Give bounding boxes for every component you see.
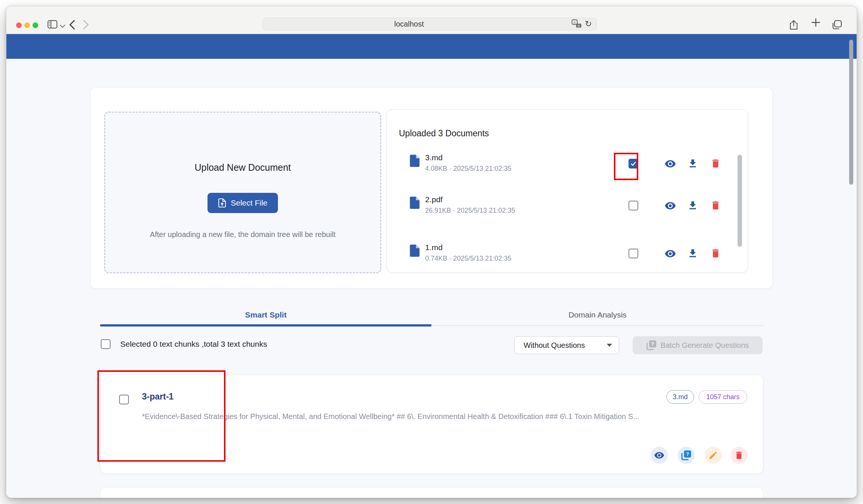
eye-icon — [664, 200, 676, 212]
upload-dropzone[interactable]: Upload New Document Select File After up… — [104, 112, 381, 273]
question-filter-select[interactable]: Without Questions — [514, 336, 619, 354]
browser-window: localhost A 文 ↻ — [6, 6, 857, 498]
svg-text:文: 文 — [577, 24, 580, 28]
document-meta: 4.08KB · 2025/5/13 21:02:35 — [425, 165, 511, 173]
uploaded-documents-header: Uploaded 3 Documents — [399, 128, 489, 139]
upload-hint: After uploading a new file, the domain t… — [105, 230, 380, 239]
view-document-button[interactable] — [664, 248, 676, 259]
select-file-label: Select File — [231, 198, 267, 207]
download-document-button[interactable] — [687, 248, 698, 259]
tab-overview-icon[interactable] — [832, 20, 842, 31]
document-row: 1.md 0.74KB · 2025/5/13 21:02:35 — [387, 243, 748, 261]
documents-list: 3.md 4.08KB · 2025/5/13 21:02:35 2.pdf — [387, 146, 748, 261]
trash-icon — [710, 248, 721, 259]
download-icon — [687, 200, 698, 211]
trash-icon — [710, 158, 721, 169]
upload-title: Upload New Document — [105, 162, 380, 173]
delete-document-button[interactable] — [710, 200, 721, 211]
document-row: 3.md 4.08KB · 2025/5/13 21:02:35 — [387, 153, 748, 176]
active-tab-indicator — [100, 324, 432, 327]
reload-icon[interactable]: ↻ — [585, 20, 592, 28]
chunk-selection-summary: Selected 0 text chunks ,total 3 text chu… — [120, 340, 267, 349]
next-chunk-card-partial — [100, 487, 763, 498]
eye-icon — [664, 158, 676, 170]
chevron-down-icon — [607, 344, 612, 347]
document-meta: 0.74KB · 2025/5/13 21:02:35 — [425, 255, 511, 261]
select-all-chunks-checkbox[interactable] — [101, 339, 110, 349]
document-checkbox[interactable] — [629, 159, 638, 168]
address-bar[interactable]: localhost A 文 ↻ — [263, 18, 597, 30]
view-chunk-button[interactable] — [651, 447, 668, 464]
document-name: 3.md — [425, 153, 443, 162]
select-file-button[interactable]: Select File — [208, 193, 278, 213]
close-window-button[interactable] — [16, 22, 22, 28]
page-content: Upload New Document Select File After up… — [6, 59, 857, 498]
batch-generate-label: Batch Generate Questions — [661, 341, 749, 350]
document-name: 2.pdf — [425, 195, 443, 204]
pencil-icon — [708, 450, 718, 460]
translate-icon[interactable]: A 文 — [572, 19, 581, 28]
download-icon — [687, 158, 698, 169]
document-meta: 26.91KB · 2025/5/13 21:02:35 — [425, 207, 515, 215]
document-name: 1.md — [425, 243, 443, 252]
back-button[interactable] — [69, 20, 75, 31]
trash-icon — [710, 200, 721, 211]
delete-chunk-button[interactable] — [730, 447, 748, 464]
batch-generate-questions-button[interactable]: ? Batch Generate Questions — [633, 336, 763, 354]
document-row: 2.pdf 26.91KB · 2025/5/13 21:02:35 — [387, 195, 748, 218]
check-icon — [630, 160, 637, 167]
file-icon — [409, 245, 420, 257]
browser-toolbar: localhost A 文 ↻ — [6, 6, 857, 34]
eye-icon — [664, 248, 676, 259]
download-icon — [687, 248, 698, 259]
page-scrollbar[interactable] — [849, 40, 853, 185]
share-icon[interactable] — [789, 20, 798, 32]
svg-text:A: A — [573, 21, 576, 24]
view-document-button[interactable] — [664, 158, 676, 170]
document-checkbox[interactable] — [629, 201, 638, 210]
uploaded-documents-panel: Uploaded 3 Documents 3.md 4.08KB · 2025/… — [387, 109, 748, 273]
sidebar-chevron-icon[interactable] — [60, 23, 65, 30]
minimize-window-button[interactable] — [24, 22, 30, 28]
chunk-checkbox[interactable] — [119, 395, 129, 404]
new-tab-icon[interactable] — [811, 18, 821, 29]
text-chunk-card: 3-part-1 *Evidence\-Based Strategies for… — [100, 375, 763, 474]
edit-chunk-button[interactable] — [705, 447, 722, 464]
file-icon — [409, 197, 420, 209]
zoom-window-button[interactable] — [33, 22, 38, 28]
delete-document-button[interactable] — [710, 158, 721, 169]
chunk-file-badge: 3.md — [666, 390, 694, 404]
sidebar-toggle-icon[interactable] — [48, 20, 57, 30]
eye-icon — [654, 450, 664, 461]
delete-document-button[interactable] — [710, 248, 721, 259]
url-text: localhost — [394, 20, 465, 28]
forward-button[interactable] — [83, 20, 89, 31]
document-checkbox[interactable] — [629, 249, 638, 258]
file-upload-icon — [218, 198, 226, 207]
chunk-preview-text: *Evidence\-Based Strategies for Physical… — [142, 412, 734, 421]
generate-questions-icon: ? — [681, 450, 691, 460]
app-navbar: Easy DataSet Health Texts Questions Data… — [6, 34, 857, 59]
documents-section-card: Upload New Document Select File After up… — [90, 87, 773, 289]
download-document-button[interactable] — [687, 158, 698, 169]
generate-questions-button[interactable]: ? — [678, 447, 695, 464]
chunk-title[interactable]: 3-part-1 — [142, 392, 173, 402]
documents-scrollbar[interactable] — [738, 155, 742, 247]
file-icon — [409, 155, 420, 167]
trash-icon — [734, 450, 744, 460]
download-document-button[interactable] — [687, 200, 698, 211]
generate-questions-icon: ? — [647, 340, 656, 350]
tab-domain-analysis[interactable]: Domain Analysis — [432, 307, 764, 327]
question-filter-value: Without Questions — [524, 341, 585, 350]
view-document-button[interactable] — [664, 200, 676, 212]
chunk-chars-badge: 1057 chars — [699, 390, 747, 404]
